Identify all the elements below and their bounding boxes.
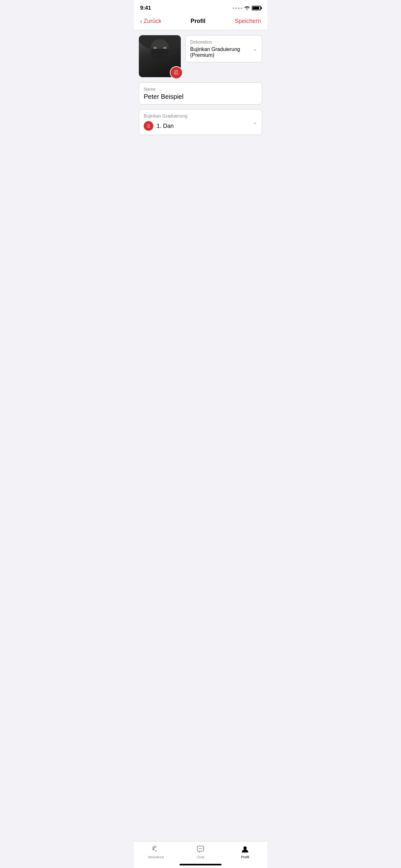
graduation-value: 忍 1. Dan xyxy=(144,121,257,131)
battery-icon xyxy=(252,6,261,10)
decoration-label: Dekoration xyxy=(190,39,257,44)
signal-dots-icon xyxy=(233,7,242,9)
status-time: 9:41 xyxy=(140,5,151,11)
back-button[interactable]: ‹ Zurück xyxy=(140,18,161,25)
status-bar: 9:41 xyxy=(134,0,267,14)
name-value: Peter Beispiel xyxy=(144,93,257,100)
decoration-chevron-icon: ⌄ xyxy=(252,45,257,52)
graduation-chevron-icon: ⌄ xyxy=(252,119,257,126)
ninja-mask xyxy=(151,49,169,60)
back-chevron-icon: ‹ xyxy=(140,18,143,25)
name-label: Name xyxy=(144,87,257,92)
back-label: Zurück xyxy=(144,18,161,25)
profile-header: 忍 Dekoration Bujinkan Graduierung (Premi… xyxy=(139,35,262,77)
graduation-text: 1. Dan xyxy=(157,123,174,129)
avatar-badge: 忍 xyxy=(170,66,183,79)
ninja-head xyxy=(151,39,169,60)
name-field[interactable]: Name Peter Beispiel xyxy=(139,82,262,104)
avatar-container[interactable]: 忍 xyxy=(139,35,181,77)
save-button[interactable]: Speichern xyxy=(235,18,261,25)
graduation-field[interactable]: Bujinkan Graduierung 忍 1. Dan ⌄ xyxy=(139,109,262,135)
nav-bar: ‹ Zurück Profil Speichern xyxy=(134,14,267,30)
decoration-dropdown[interactable]: Dekoration Bujinkan Graduierung (Premium… xyxy=(185,35,262,62)
grade-badge-icon: 忍 xyxy=(144,121,153,131)
graduation-label: Bujinkan Graduierung xyxy=(144,113,257,119)
main-content: 忍 Dekoration Bujinkan Graduierung (Premi… xyxy=(134,30,267,145)
status-icons xyxy=(233,6,261,10)
page-title: Profil xyxy=(190,18,205,25)
badge-symbol: 忍 xyxy=(174,70,179,75)
wifi-icon xyxy=(244,6,250,10)
decoration-value: Bujinkan Graduierung (Premium) xyxy=(190,46,257,58)
